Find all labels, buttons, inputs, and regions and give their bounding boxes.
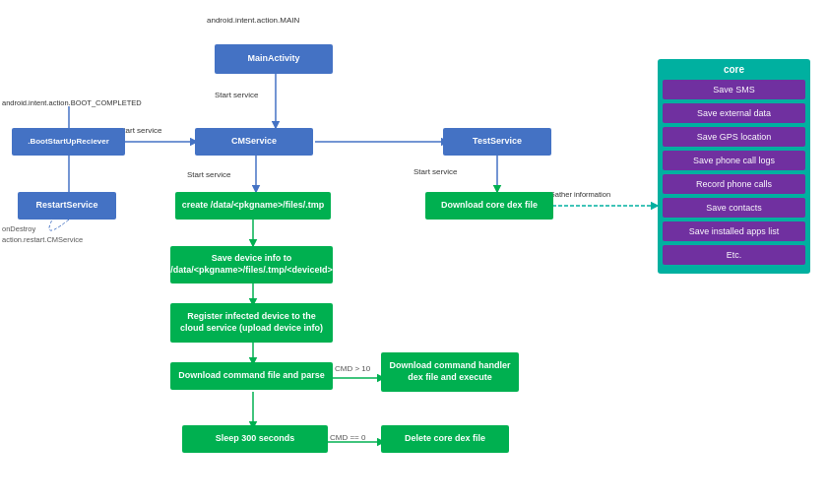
box-boot-receiver: .BootStartUpReciever: [12, 128, 125, 156]
box-download-handler: Download command handler dex file and ex…: [381, 352, 519, 392]
box-main-activity: MainActivity: [215, 44, 333, 74]
core-btn-save-apps[interactable]: Save installed apps list: [663, 221, 805, 241]
label-cmd-eq0: CMD == 0: [330, 433, 365, 442]
label-gather-info: Gather information: [549, 190, 610, 199]
core-btn-save-sms[interactable]: Save SMS: [663, 80, 805, 99]
label-main-action: android.intent.action.MAIN: [207, 16, 299, 25]
label-start-service-3: Start service: [187, 170, 230, 179]
core-btn-record-phone[interactable]: Record phone calls: [663, 174, 805, 194]
diagram-area: android.intent.action.MAIN android.inten…: [0, 0, 827, 504]
core-panel-title: core: [663, 64, 805, 75]
core-btn-etc[interactable]: Etc.: [663, 245, 805, 265]
label-cmd-gt10: CMD > 10: [335, 364, 370, 373]
label-ondestroy: onDestroyaction.restart.CMService: [2, 224, 83, 245]
core-btn-save-external[interactable]: Save external data: [663, 103, 805, 123]
core-btn-save-contacts[interactable]: Save contacts: [663, 198, 805, 218]
label-start-service-1: Start service: [215, 91, 258, 99]
box-cm-service: CMService: [195, 128, 313, 156]
core-btn-save-call-logs[interactable]: Save phone call logs: [663, 151, 805, 170]
label-start-service-4: Start service: [414, 167, 457, 176]
box-save-device-info: Save device info to /data/<pkgname>/file…: [170, 246, 333, 284]
box-sleep-300: Sleep 300 seconds: [182, 425, 328, 453]
box-register-infected: Register infected device to the cloud se…: [170, 303, 333, 343]
box-create-tmp: create /data/<pkgname>/files/.tmp: [175, 192, 331, 220]
core-panel: core Save SMS Save external data Save GP…: [658, 59, 810, 274]
box-delete-core: Delete core dex file: [381, 425, 509, 453]
box-restart-service: RestartService: [18, 192, 116, 220]
box-download-core-dex: Download core dex file: [425, 192, 553, 220]
core-btn-save-gps[interactable]: Save GPS location: [663, 127, 805, 147]
box-test-service: TestService: [443, 128, 551, 156]
label-boot-completed: android.intent.action.BOOT_COMPLETED: [2, 98, 142, 107]
box-download-command: Download command file and parse: [170, 362, 333, 390]
